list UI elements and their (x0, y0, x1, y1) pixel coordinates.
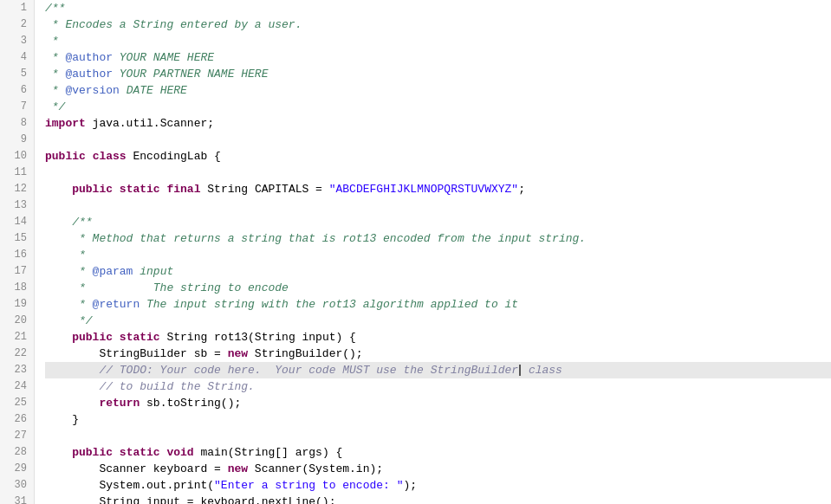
line-num-18: 18 (7, 280, 27, 296)
line-num-19: 19 (7, 296, 27, 313)
code-line-20: */ (45, 313, 831, 329)
code-line-4: * @author YOUR NAME HERE (45, 49, 831, 66)
line-num-24: 24 (7, 378, 27, 395)
line-num-21: 21 (7, 329, 27, 346)
line-num-1: 1 (7, 0, 27, 16)
line-num-17: 17 (7, 263, 27, 280)
line-num-16: 16 (7, 247, 27, 263)
code-line-5: * @author YOUR PARTNER NAME HERE (45, 66, 831, 82)
code-line-29: Scanner keyboard = new Scanner(System.in… (45, 461, 831, 477)
line-num-14: 14 (7, 214, 27, 230)
code-line-21: public static String rot13(String input)… (45, 329, 831, 346)
code-line-15: * Method that returns a string that is r… (45, 230, 831, 247)
code-line-16: * (45, 247, 831, 263)
code-line-3: * (45, 33, 831, 49)
line-num-6: 6 (7, 82, 27, 99)
code-line-30: System.out.print("Enter a string to enco… (45, 477, 831, 494)
code-line-18: * The string to encode (45, 280, 831, 296)
code-line-28: public static void main(String[] args) { (45, 444, 831, 461)
line-num-23: 23 (7, 362, 27, 378)
line-num-11: 11 (7, 165, 27, 181)
code-line-12: public static final String CAPITALS = "A… (45, 181, 831, 197)
code-line-24: // to build the String. (45, 378, 831, 395)
line-num-27: 27 (7, 428, 27, 444)
code-editor: 1 2 3 4 5 6 7 8 9 10 11 12 13 14 15 16 1… (0, 0, 831, 504)
code-line-23: // TODO: Your code here. Your code MUST … (45, 362, 831, 378)
code-line-8: import java.util.Scanner; (45, 115, 831, 132)
code-line-6: * @version DATE HERE (45, 82, 831, 99)
line-num-28: 28 (7, 444, 27, 461)
line-num-31: 31 (7, 494, 27, 504)
code-line-31: String input = keyboard.nextLine(); (45, 494, 831, 504)
line-num-10: 10 (7, 148, 27, 165)
line-num-30: 30 (7, 477, 27, 494)
line-num-5: 5 (7, 66, 27, 82)
line-num-7: 7 (7, 99, 27, 115)
line-num-12: 12 (7, 181, 27, 197)
code-line-13 (45, 197, 831, 214)
line-num-13: 13 (7, 197, 27, 214)
code-line-27 (45, 428, 831, 444)
line-num-2: 2 (7, 16, 27, 33)
code-area: 1 2 3 4 5 6 7 8 9 10 11 12 13 14 15 16 1… (0, 0, 831, 504)
code-line-7: */ (45, 99, 831, 115)
code-line-19: * @return The input string with the rot1… (45, 296, 831, 313)
line-num-9: 9 (7, 132, 27, 148)
code-line-9 (45, 132, 831, 148)
line-numbers: 1 2 3 4 5 6 7 8 9 10 11 12 13 14 15 16 1… (0, 0, 35, 504)
code-line-10: public class EncodingLab { (45, 148, 831, 165)
line-num-3: 3 (7, 33, 27, 49)
code-line-14: /** (45, 214, 831, 230)
line-num-29: 29 (7, 461, 27, 477)
code-line-2: * Encodes a String entered by a user. (45, 16, 831, 33)
line-num-26: 26 (7, 411, 27, 428)
line-num-4: 4 (7, 49, 27, 66)
code-content[interactable]: /** * Encodes a String entered by a user… (35, 0, 831, 504)
line-num-15: 15 (7, 230, 27, 247)
line-num-20: 20 (7, 313, 27, 329)
code-line-25: return sb.toString(); (45, 395, 831, 411)
code-line-11 (45, 165, 831, 181)
code-line-1: /** (45, 0, 831, 16)
line-num-22: 22 (7, 346, 27, 362)
code-line-22: StringBuilder sb = new StringBuilder(); (45, 346, 831, 362)
line-num-8: 8 (7, 115, 27, 132)
code-line-26: } (45, 411, 831, 428)
line-num-25: 25 (7, 395, 27, 411)
code-line-17: * @param input (45, 263, 831, 280)
